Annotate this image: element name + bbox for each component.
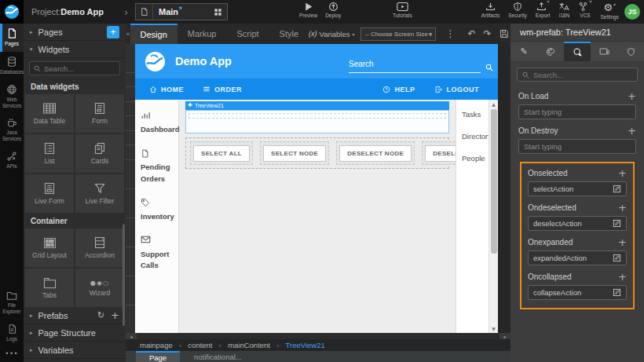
left-panel-scrollbar[interactable] — [123, 224, 125, 326]
section-prefabs[interactable]: ▸ Prefabs ↻ + — [24, 307, 126, 324]
sidebar-item-support-calls[interactable]: Support Calls — [135, 236, 178, 272]
rail-item-file-explorer[interactable]: File Explorer — [0, 287, 24, 320]
scroll-up-icon[interactable]: ▲ — [489, 101, 498, 107]
redo-button[interactable]: ↷ — [484, 28, 492, 39]
breadcrumb-mainpage[interactable]: mainpage — [140, 341, 173, 349]
tab-security[interactable] — [617, 42, 644, 61]
widget-tile-wizard[interactable]: ●◉○ Wizard — [75, 269, 124, 307]
add-onexpanded-action-button[interactable]: + — [618, 237, 627, 247]
edit-action-icon[interactable] — [613, 288, 621, 297]
sidebar-item-pending-orders[interactable]: Pending Orders — [135, 148, 178, 185]
tab-script[interactable]: Script — [226, 24, 269, 44]
scroll-right-icon[interactable]: ▸ — [499, 333, 510, 339]
widget-tile-live-filter[interactable]: Live Filter — [75, 174, 124, 213]
edit-action-icon[interactable] — [613, 185, 621, 193]
properties-search-input[interactable] — [533, 71, 632, 79]
save-button[interactable] — [499, 29, 509, 38]
layer-tab-page[interactable]: Page — [136, 351, 180, 362]
section-pages[interactable]: ▸ Pages + — [24, 24, 126, 41]
oncollapsed-action-input[interactable] — [533, 288, 609, 297]
scroll-left-icon[interactable]: ◂ — [126, 333, 137, 339]
vcs-button[interactable]: ▾ VCS — [578, 2, 591, 18]
app-search-field[interactable]: Search — [349, 56, 481, 73]
tab-styles[interactable] — [537, 42, 564, 61]
breadcrumb-maincontent[interactable]: mainContent — [228, 341, 270, 349]
onload-action-input[interactable] — [524, 108, 631, 116]
i18n-button[interactable]: i18N — [558, 2, 569, 18]
widget-selection-bar[interactable]: ✚ TreeView21 — [185, 101, 449, 110]
rail-item-apis[interactable]: APIs — [0, 147, 24, 174]
canvas-horizontal-scrollbar[interactable]: ◂ ▸ — [126, 333, 510, 339]
undo-button[interactable]: ↶ — [467, 28, 475, 39]
preview-button[interactable]: Preview — [299, 2, 317, 18]
tab-style[interactable]: Style — [269, 24, 309, 44]
nav-order[interactable]: ORDER — [203, 86, 242, 93]
sidebar-item-inventory[interactable]: Inventory — [135, 198, 178, 222]
more-menu-icon[interactable]: ⋮ — [445, 28, 455, 39]
add-onselected-action-button[interactable]: + — [618, 168, 627, 178]
add-ondeselected-action-button[interactable]: + — [618, 203, 627, 213]
breadcrumb-treeview21[interactable]: TreeView21 — [286, 341, 325, 349]
widget-tile-data-table[interactable]: Data Table — [25, 94, 74, 133]
settings-button[interactable]: ⚙▾ Settings — [601, 2, 620, 20]
edit-action-icon[interactable] — [613, 254, 621, 262]
screen-size-select[interactable]: -- Choose Screen Size -- ▼ — [360, 27, 436, 41]
nav-help[interactable]: HELP — [382, 86, 415, 93]
tab-design[interactable]: Design — [130, 24, 177, 44]
select-all-button[interactable]: SELECT ALL — [193, 145, 250, 162]
onexpanded-action-input[interactable] — [533, 254, 609, 262]
rail-item-web-services[interactable]: Web Services — [0, 80, 24, 114]
scroll-down-icon[interactable]: ▼ — [489, 326, 498, 331]
nav-home[interactable]: HOME — [149, 86, 184, 93]
sidebar-item-dashboard[interactable]: Dashboard — [135, 111, 178, 135]
user-avatar[interactable]: JS — [624, 4, 640, 20]
wavemaker-logo[interactable] — [0, 0, 24, 24]
deselect-node-button[interactable]: DESELECT NODE — [339, 145, 412, 162]
section-variables[interactable]: ▸ Variables — [24, 342, 126, 359]
right-item-tasks[interactable]: Tasks — [462, 110, 488, 119]
widget-tile-cards[interactable]: Cards — [75, 134, 124, 173]
widget-search-input[interactable] — [44, 64, 115, 73]
artifacts-button[interactable]: Artifacts — [481, 2, 499, 18]
widget-tile-grid-layout[interactable]: Grid Layout — [25, 229, 74, 267]
move-icon[interactable]: ✚ — [188, 103, 192, 108]
rail-item-databases[interactable]: Databases — [0, 52, 24, 80]
nav-logout[interactable]: LOGOUT — [434, 86, 480, 93]
widget-tile-live-form[interactable]: Live Form — [25, 174, 74, 213]
add-oncollapsed-action-button[interactable]: + — [618, 272, 627, 282]
add-prefab-icon[interactable]: + — [111, 309, 119, 321]
onselected-action-input[interactable] — [533, 185, 609, 193]
export-button[interactable]: ▾ Export — [536, 2, 551, 18]
widget-tile-tabs[interactable]: Tabs — [25, 269, 74, 307]
tab-markup[interactable]: Markup — [177, 24, 227, 44]
ondestroy-action-input[interactable] — [524, 142, 631, 151]
widget-tile-accordion[interactable]: Accordion — [75, 229, 124, 267]
rail-item-pages[interactable]: Pages — [0, 24, 24, 52]
deploy-button[interactable]: Deploy — [325, 2, 341, 18]
scrollbar-thumb[interactable] — [491, 109, 497, 254]
search-icon[interactable] — [485, 64, 493, 71]
treeview-widget[interactable]: ✚ TreeView21 SELECT ALL SELECT NODE DESE… — [185, 101, 449, 169]
more-options-icon[interactable]: ••• — [0, 347, 24, 362]
edit-action-icon[interactable] — [613, 219, 621, 228]
page-grid-icon[interactable] — [208, 4, 227, 20]
tab-properties[interactable]: ✎ — [510, 42, 537, 61]
tab-events[interactable] — [564, 42, 591, 61]
widget-tile-list[interactable]: List — [25, 134, 74, 173]
right-item-directory[interactable]: Directory — [462, 132, 488, 141]
widget-tile-form[interactable]: Form — [75, 94, 124, 133]
add-onload-action-button[interactable]: + — [628, 91, 636, 101]
section-page-structure[interactable]: ▸ Page Structure — [24, 324, 126, 342]
rail-item-java-services[interactable]: Java Services — [0, 113, 24, 147]
section-widgets[interactable]: ▾ Widgets — [24, 41, 126, 58]
security-button[interactable]: Security — [508, 2, 526, 18]
ondeselected-action-input[interactable] — [533, 219, 609, 228]
tutorials-button[interactable]: Tutorials — [393, 2, 412, 18]
page-selector[interactable]: Main* — [135, 3, 228, 20]
right-item-people[interactable]: People — [462, 154, 488, 163]
tab-device[interactable] — [591, 42, 617, 61]
refresh-icon[interactable]: ↻ — [97, 310, 104, 320]
rail-item-logs[interactable]: Logs — [0, 320, 24, 347]
add-page-button[interactable]: + — [107, 26, 119, 38]
breadcrumb-content[interactable]: content — [188, 341, 212, 349]
